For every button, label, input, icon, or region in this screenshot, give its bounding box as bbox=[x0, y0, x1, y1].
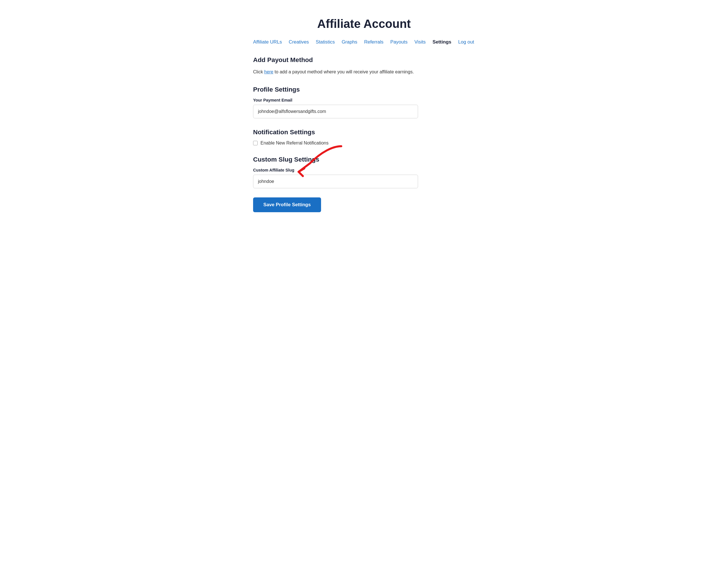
notification-settings-title: Notification Settings bbox=[253, 129, 475, 136]
payout-here-link[interactable]: here bbox=[264, 69, 273, 74]
main-nav: Affiliate URLs Creatives Statistics Grap… bbox=[253, 39, 475, 45]
payment-email-label: Your Payment Email bbox=[253, 98, 475, 102]
nav-graphs[interactable]: Graphs bbox=[341, 39, 357, 45]
profile-settings-section: Profile Settings Your Payment Email bbox=[253, 86, 475, 118]
nav-visits[interactable]: Visits bbox=[414, 39, 426, 45]
add-payout-title: Add Payout Method bbox=[253, 56, 475, 64]
nav-payouts[interactable]: Payouts bbox=[390, 39, 408, 45]
nav-affiliate-urls[interactable]: Affiliate URLs bbox=[253, 39, 282, 45]
add-payout-section: Add Payout Method Click here to add a pa… bbox=[253, 56, 475, 76]
add-payout-description: Click here to add a payout method where … bbox=[253, 68, 475, 76]
notifications-checkbox-row[interactable]: Enable New Referral Notifications bbox=[253, 141, 475, 146]
notification-settings-section: Notification Settings Enable New Referra… bbox=[253, 129, 475, 146]
page-title: Affiliate Account bbox=[253, 11, 475, 31]
custom-slug-input[interactable] bbox=[253, 175, 418, 188]
enable-notifications-checkbox[interactable] bbox=[253, 141, 258, 145]
nav-logout[interactable]: Log out bbox=[458, 39, 474, 45]
nav-creatives[interactable]: Creatives bbox=[289, 39, 309, 45]
nav-referrals[interactable]: Referrals bbox=[364, 39, 383, 45]
slug-label: Custom Affiliate Slug bbox=[253, 168, 418, 172]
save-profile-button[interactable]: Save Profile Settings bbox=[253, 197, 321, 212]
custom-slug-section: Custom Slug Settings Custom Affiliate Sl… bbox=[253, 156, 475, 212]
notifications-checkbox-label: Enable New Referral Notifications bbox=[260, 141, 329, 146]
nav-statistics[interactable]: Statistics bbox=[316, 39, 335, 45]
nav-settings[interactable]: Settings bbox=[433, 39, 451, 45]
payment-email-input[interactable] bbox=[253, 105, 418, 118]
profile-settings-title: Profile Settings bbox=[253, 86, 475, 93]
custom-slug-title: Custom Slug Settings bbox=[253, 156, 475, 163]
